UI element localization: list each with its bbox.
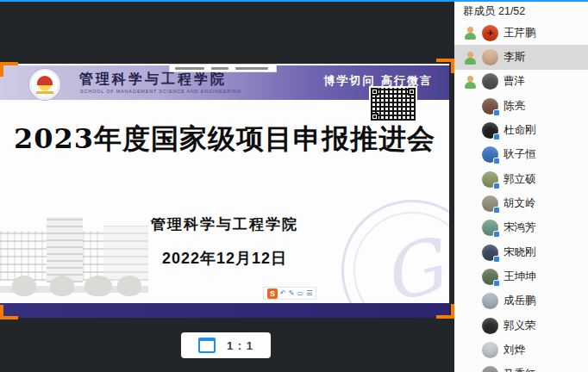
member-avatar [482, 171, 498, 188]
slide-date: 2022年12月12日 [0, 248, 449, 269]
annotation-app-icon: S [267, 288, 278, 299]
presence-slot [464, 172, 477, 186]
member-row[interactable]: 刘烨 [454, 338, 588, 362]
share-border-corner [436, 59, 454, 73]
presence-slot [464, 368, 477, 372]
member-avatar [482, 195, 498, 212]
online-badge-icon [493, 183, 500, 189]
member-name: 郭立硕 [504, 172, 536, 187]
member-avatar [482, 98, 498, 115]
window-ratio-icon [198, 338, 216, 353]
presence-person-icon [464, 75, 477, 89]
fit-ratio-button[interactable]: 1 : 1 [181, 332, 271, 358]
member-row[interactable]: 杜命刚 [454, 118, 588, 142]
presence-slot [464, 319, 477, 332]
annotation-toolbar[interactable]: S ↶ ✎ ▭ ☰ [263, 287, 316, 300]
member-name: 郭义荣 [504, 319, 536, 333]
undo-icon: ↶ [280, 290, 286, 297]
shared-screen-region[interactable]: 管理科学与工程学院 SCHOOL OF MANAGEMENT SCIENCE A… [0, 64, 449, 318]
member-avatar [482, 293, 498, 309]
member-row[interactable]: 宋鸿芳 [454, 216, 588, 240]
presence-slot [464, 148, 477, 162]
member-name: 刘烨 [504, 343, 525, 357]
online-badge-icon [493, 109, 500, 116]
window-top-accent [0, 0, 588, 2]
presence-person-icon [464, 51, 477, 65]
member-row[interactable]: 王坤坤 [454, 264, 588, 288]
member-name: 王坤坤 [504, 270, 536, 284]
member-row[interactable]: 胡文岭 [454, 191, 588, 215]
member-row[interactable]: 成岳鹏 [454, 289, 588, 313]
member-row[interactable]: 郭立硕 [454, 167, 588, 191]
menu-icon: ☰ [306, 290, 312, 297]
member-row[interactable]: 马香红 [454, 363, 588, 372]
member-row[interactable]: 曹洋 [454, 70, 588, 94]
presentation-slide: 管理科学与工程学院 SCHOOL OF MANAGEMENT SCIENCE A… [0, 64, 449, 318]
slide-title: 2023年度国家级项目申报推进会 [0, 121, 449, 158]
presenter-toolbar-item [235, 67, 268, 70]
member-list: ✈王芹鹏李斯曹洋陈亮杜命刚耿子恒郭立硕胡文岭宋鸿芳宋晓刚王坤坤成岳鹏郭义荣刘烨马… [454, 21, 588, 372]
member-name: 成岳鹏 [504, 294, 536, 308]
school-name-cn: 管理科学与工程学院 [79, 71, 227, 89]
member-row[interactable]: 李斯 [454, 45, 588, 69]
presence-slot [464, 99, 477, 113]
presence-slot [464, 294, 477, 308]
meeting-window: 管理科学与工程学院 SCHOOL OF MANAGEMENT SCIENCE A… [0, 0, 588, 372]
member-avatar [482, 269, 498, 285]
members-count-header: 群成员 21/52 [463, 4, 525, 19]
slide-footer-band [0, 303, 449, 318]
presenter-toolbar-item [175, 67, 204, 70]
member-avatar [482, 318, 498, 334]
member-name: 胡文岭 [504, 196, 536, 211]
fit-ratio-label: 1 : 1 [227, 339, 253, 352]
member-avatar [482, 122, 498, 139]
member-name: 杜命刚 [504, 123, 536, 138]
member-name: 宋晓刚 [504, 245, 536, 260]
online-badge-icon [493, 256, 500, 263]
member-avatar [482, 73, 498, 90]
online-badge-icon [493, 207, 500, 214]
member-row[interactable]: 宋晓刚 [454, 240, 588, 264]
member-avatar [482, 220, 498, 236]
qr-code [369, 86, 417, 122]
pen-icon: ✎ [289, 290, 295, 297]
presence-person-icon [464, 26, 477, 40]
presenter-toolbar-item [211, 67, 228, 70]
member-name: 宋鸿芳 [504, 220, 536, 235]
presence-slot [464, 197, 477, 211]
member-name: 陈亮 [504, 99, 525, 114]
member-avatar [482, 49, 498, 65]
share-border-corner [0, 305, 18, 319]
member-row[interactable]: 陈亮 [454, 94, 588, 118]
members-sidebar: 群成员 21/52 ✈王芹鹏李斯曹洋陈亮杜命刚耿子恒郭立硕胡文岭宋鸿芳宋晓刚王坤… [454, 0, 588, 372]
member-row[interactable]: ✈王芹鹏 [454, 21, 588, 45]
member-name: 李斯 [504, 50, 525, 65]
online-badge-icon [493, 158, 500, 164]
share-border-corner [0, 62, 18, 77]
online-badge-icon [493, 133, 500, 140]
share-border-corner [436, 304, 454, 319]
member-avatar [482, 146, 498, 163]
member-avatar [482, 245, 498, 261]
online-badge-icon [493, 231, 500, 238]
presence-slot [464, 124, 477, 138]
member-avatar [482, 342, 498, 358]
school-logo-icon [29, 69, 60, 100]
presenter-toolbar[interactable] [169, 64, 277, 72]
member-name: 曹洋 [504, 74, 525, 89]
presence-slot [464, 344, 477, 357]
member-row[interactable]: 郭义荣 [454, 313, 588, 338]
member-avatar: ✈ [482, 25, 498, 41]
member-name: 马香红 [504, 367, 536, 372]
member-row[interactable]: 耿子恒 [454, 143, 588, 167]
member-avatar [482, 366, 498, 372]
presence-slot [464, 221, 477, 235]
presence-slot [464, 270, 477, 284]
member-name: 王芹鹏 [504, 26, 536, 40]
member-name: 耿子恒 [504, 147, 536, 162]
school-name-en: SCHOOL OF MANAGEMENT SCIENCE AND ENGINEE… [80, 89, 241, 94]
shape-icon: ▭ [297, 290, 303, 297]
presence-slot [464, 245, 477, 259]
online-badge-icon [493, 280, 500, 287]
slide-subtitle: 管理科学与工程学院 [0, 214, 449, 234]
